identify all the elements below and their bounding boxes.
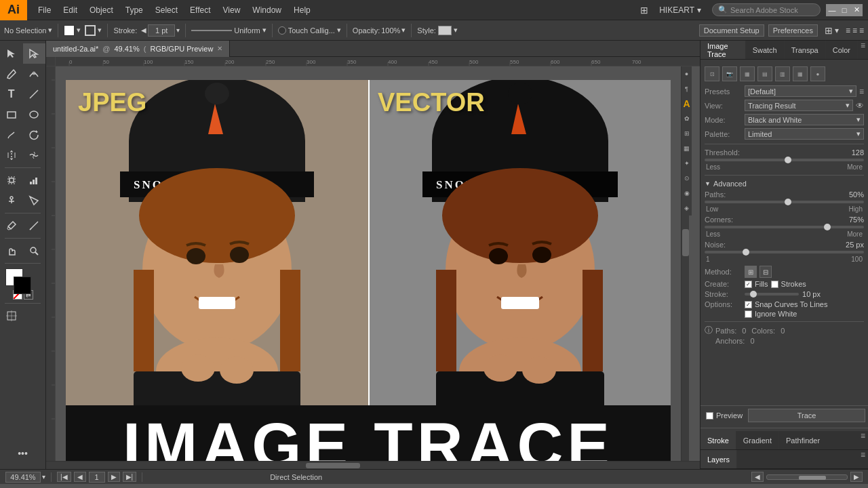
zoom-dropdown-icon[interactable]: ▾	[42, 473, 45, 481]
active-tab[interactable]: untitled-2a.ai* @ 49.41% ( RGB/GPU Previ…	[46, 41, 230, 57]
trace-preset-icon-5[interactable]: ▥	[775, 66, 790, 81]
tab-close-btn[interactable]: ✕	[217, 45, 222, 52]
close-button[interactable]: ✕	[850, 4, 863, 16]
menu-file[interactable]: File	[33, 3, 56, 18]
nav-last-button[interactable]: ▶|	[123, 472, 137, 482]
artboard-number-input[interactable]: 1	[89, 472, 105, 483]
trace-preset-icon-3[interactable]: ▦	[740, 66, 755, 81]
tab-pathfinder[interactable]: Pathfinder	[779, 431, 827, 449]
view-eye-icon[interactable]: 👁	[856, 101, 864, 110]
strokes-checkbox[interactable]	[771, 281, 778, 288]
menu-type[interactable]: Type	[120, 3, 149, 18]
preview-checkbox[interactable]	[706, 412, 713, 420]
symbol-icon[interactable]: A	[682, 99, 692, 108]
nav-next-button[interactable]: ▶	[108, 472, 120, 482]
curvature-tool[interactable]	[23, 64, 46, 84]
line-tool[interactable]	[23, 84, 46, 104]
trace-preset-icon-6[interactable]: ▦	[793, 66, 808, 81]
links-icon[interactable]: ⊞	[682, 129, 692, 138]
selection-tool[interactable]	[0, 43, 23, 64]
stroke-color-box[interactable]	[14, 277, 31, 294]
snap-curves-checkbox[interactable]: ✓	[745, 301, 752, 308]
doc-setup-button[interactable]: Document Setup	[699, 24, 764, 37]
stroke-color[interactable]: ▾	[85, 25, 102, 36]
chart-tool[interactable]	[23, 170, 46, 190]
horizontal-scrollbar[interactable]	[56, 462, 681, 469]
direct-selection-tool[interactable]	[23, 43, 46, 64]
h-scroll-progress[interactable]	[766, 474, 848, 480]
selection-dropdown[interactable]: No Selection ▾	[4, 26, 52, 35]
scroll-thumb-h[interactable]	[306, 463, 360, 468]
menu-edit[interactable]: Edit	[58, 3, 83, 18]
canvas-scroll[interactable]: SNOWMAN	[56, 66, 681, 461]
menu-select[interactable]: Select	[150, 3, 183, 18]
method-btn-1[interactable]: ⊞	[745, 266, 757, 278]
panel-menu-icon[interactable]: ≡	[858, 41, 868, 59]
layers-menu-icon[interactable]: ≡	[858, 450, 868, 468]
trace-preset-icon-7[interactable]: ●	[810, 66, 825, 81]
tab-swatch[interactable]: Swatch	[746, 41, 785, 59]
menu-window[interactable]: Window	[247, 3, 287, 18]
measure-tool[interactable]	[23, 216, 46, 236]
minimize-button[interactable]: —	[826, 4, 838, 16]
bottom-panel-menu-icon[interactable]: ≡	[858, 431, 868, 449]
menu-help[interactable]: Help	[288, 3, 316, 18]
ignore-white-checkbox[interactable]	[745, 310, 752, 318]
corners-slider-thumb[interactable]	[824, 224, 831, 230]
workspace-icon[interactable]: ⊞	[640, 5, 648, 16]
artboard-tool[interactable]	[0, 306, 23, 326]
paragraph-icon[interactable]: ¶	[682, 84, 692, 94]
control-icon[interactable]: ⊙	[682, 174, 692, 183]
opacity-value[interactable]: 100%	[381, 26, 400, 35]
hand-tool[interactable]	[0, 241, 23, 261]
menu-view[interactable]: View	[218, 3, 246, 18]
fill-color[interactable]: ▾	[64, 25, 81, 36]
threshold-slider-thumb[interactable]	[785, 157, 791, 163]
scroll-left-button[interactable]: ◀	[751, 472, 764, 482]
nav-first-button[interactable]: |◀	[57, 472, 71, 482]
align-icon[interactable]: ▦	[682, 144, 692, 153]
trace-button[interactable]: Trace	[748, 409, 865, 422]
noise-slider-track[interactable]	[705, 251, 864, 253]
menu-object[interactable]: Object	[84, 3, 119, 18]
tab-layers[interactable]: Layers	[701, 450, 737, 468]
transform-icon[interactable]: ✦	[682, 159, 692, 168]
tab-image-trace[interactable]: Image Trace	[701, 41, 746, 59]
tab-stroke[interactable]: Stroke	[701, 431, 736, 449]
slice-tool[interactable]	[23, 190, 46, 211]
presets-dropdown[interactable]: [Default] ▾	[745, 85, 856, 97]
tab-transparency[interactable]: Transpa	[785, 41, 826, 59]
eyedropper-tool[interactable]	[0, 216, 23, 236]
properties-icon[interactable]: ●	[682, 69, 692, 79]
scroll-thumb-v[interactable]	[682, 229, 689, 256]
corners-slider-track[interactable]	[705, 226, 864, 228]
palette-dropdown[interactable]: Limited ▾	[745, 128, 864, 140]
profile-area[interactable]: HIKEART ▾	[654, 5, 707, 15]
more-tools[interactable]: •••	[12, 443, 35, 464]
zoom-input[interactable]: 49.41%	[5, 472, 41, 483]
view-dropdown[interactable]: Tracing Result ▾	[745, 100, 853, 111]
presets-menu-icon[interactable]: ≡	[859, 87, 864, 96]
zoom-tool[interactable]	[23, 241, 46, 261]
tab-color[interactable]: Color	[826, 41, 858, 59]
puppet-warp-tool[interactable]	[0, 190, 23, 211]
trace-preset-icon-4[interactable]: ▤	[757, 66, 772, 81]
graphic-style-icon[interactable]: ◈	[682, 203, 692, 213]
advanced-section-header[interactable]: ▼ Advanced	[705, 178, 864, 189]
tab-gradient[interactable]: Gradient	[736, 431, 779, 449]
warp-tool[interactable]	[23, 145, 46, 165]
pencil-tool[interactable]	[0, 125, 23, 145]
preferences-button[interactable]: Preferences	[768, 24, 818, 37]
arrange-icon[interactable]: ⊞	[825, 25, 833, 36]
trace-preset-icon-2[interactable]: 📷	[722, 66, 737, 81]
rectangle-tool[interactable]	[0, 104, 23, 125]
menu-effect[interactable]: Effect	[184, 3, 216, 18]
rotate-tool[interactable]	[23, 125, 46, 145]
paths-slider-track[interactable]	[705, 201, 864, 203]
fills-checkbox[interactable]: ✓	[745, 281, 752, 288]
ellipse-tool[interactable]	[23, 104, 46, 125]
method-btn-2[interactable]: ⊟	[760, 266, 772, 278]
type-tool[interactable]: T	[0, 84, 23, 104]
brush-dropdown[interactable]: Touch Callig... ▾	[278, 26, 341, 35]
reflect-tool[interactable]	[0, 145, 23, 165]
